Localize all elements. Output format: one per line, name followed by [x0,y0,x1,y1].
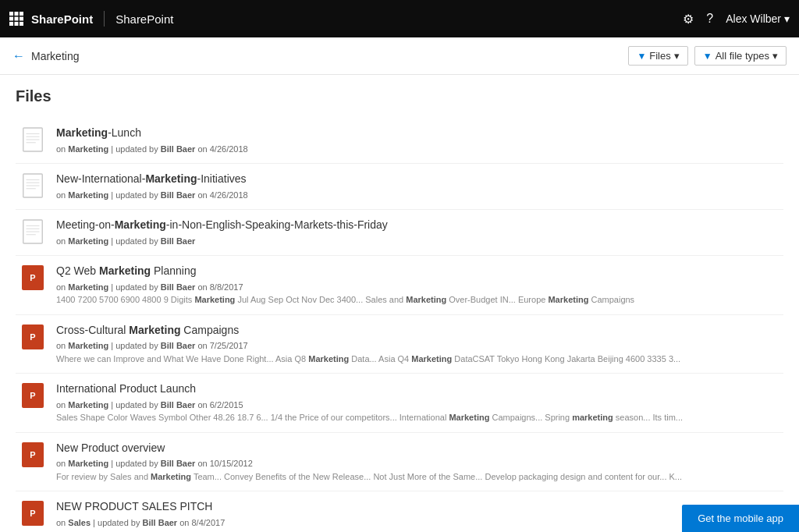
file-meta: on Marketing | updated by Bill Baer on 6… [56,399,780,412]
svg-rect-2 [20,12,23,16]
svg-rect-7 [15,22,19,26]
svg-rect-8 [20,22,23,26]
doc-file-icon [19,172,47,200]
user-menu[interactable]: Alex Wilber ▾ [726,12,790,25]
file-types-filter-button[interactable]: ▼ All file types ▾ [694,46,787,66]
ppt-file-icon: P [19,381,47,410]
list-item[interactable]: PNEW PRODUCT SALES PITCHon Sales | updat… [16,491,783,532]
file-preview: For review by Sales and Marketing Team..… [56,471,780,483]
ppt-icon: P [22,501,44,526]
file-meta: on Marketing | updated by Bill Baer on 4… [56,143,780,156]
help-icon[interactable]: ? [706,12,713,26]
breadcrumb-bar: ← Marketing ▼ Files ▾ ▼ All file types ▾ [0,37,799,75]
file-preview: Sales Shape Color Waves Symbol Other 48.… [56,412,780,424]
svg-rect-1 [15,12,19,16]
svg-rect-5 [20,17,23,21]
file-meta: on Marketing | updated by Bill Baer on 7… [56,339,780,353]
ppt-file-icon: P [19,441,47,469]
file-info: Q2 Web Marketing Planningon Marketing | … [56,264,780,306]
main-content: Files Marketing-Lunchon Marketing | upda… [0,75,799,532]
nav-right: ⚙ ? Alex Wilber ▾ [683,12,790,27]
list-item[interactable]: New-International-Marketing-Initiativeso… [16,164,783,210]
svg-rect-6 [9,22,13,26]
nav-left: SharePoint SharePoint [9,11,173,27]
file-list: Marketing-Lunchon Marketing | updated by… [16,118,783,532]
ppt-icon: P [22,325,44,349]
doc-file-icon [19,126,47,154]
files-filter-chevron: ▾ [674,50,680,62]
doc-file-icon [19,218,47,246]
file-info: Marketing-Lunchon Marketing | updated by… [56,126,780,155]
all-types-filter-icon: ▼ [703,51,712,62]
user-chevron-icon: ▾ [784,12,790,25]
list-item[interactable]: Marketing-Lunchon Marketing | updated by… [16,118,783,164]
file-info: NEW PRODUCT SALES PITCHon Sales | update… [56,499,780,532]
file-preview: Where we can Improve and What We Have Do… [56,353,780,365]
filter-area: ▼ Files ▾ ▼ All file types ▾ [628,46,787,66]
top-navigation: SharePoint SharePoint ⚙ ? Alex Wilber ▾ [0,0,799,37]
file-name: Marketing-Lunch [56,126,780,141]
file-meta: on Sales | updated by Bill Baer on 8/4/2… [56,516,780,530]
file-info: New-International-Marketing-Initiativeso… [56,172,780,201]
page-title: Files [16,87,783,105]
file-meta: on Marketing | updated by Bill Baer on 4… [56,189,780,202]
file-preview: 1400 7200 5700 6900 4800 9 Digits Market… [56,294,780,306]
user-name-label: Alex Wilber [726,12,781,25]
file-info: Meeting-on-Marketing-in-Non-English-Spea… [56,218,780,247]
filter-icon: ▼ [637,51,646,62]
back-button[interactable]: ← [12,49,25,63]
ppt-icon: P [22,383,44,408]
file-info: International Product Launchon Marketing… [56,381,780,424]
svg-rect-4 [15,17,19,21]
file-meta: on Marketing | updated by Bill Baer on 8… [56,281,780,294]
app-name: SharePoint [31,12,93,26]
file-meta: on Marketing | updated by Bill Baer [56,235,780,248]
ppt-file-icon: P [19,323,47,351]
waffle-icon[interactable] [9,12,23,26]
ppt-icon: P [22,265,44,290]
list-item[interactable]: PCross-Cultural Marketing Campaignson Ma… [16,315,783,374]
settings-icon[interactable]: ⚙ [683,12,694,27]
file-types-filter-label: All file types [716,50,769,62]
mobile-app-banner[interactable]: Get the mobile app [682,505,799,532]
ppt-icon: P [22,442,44,467]
file-name: International Product Launch [56,381,780,397]
file-meta: on Marketing | updated by Bill Baer on 1… [56,457,780,470]
svg-rect-0 [9,12,13,16]
file-name: Q2 Web Marketing Planning [56,264,780,279]
file-name: Meeting-on-Marketing-in-Non-English-Spea… [56,218,780,233]
site-name[interactable]: SharePoint [115,12,173,26]
list-item[interactable]: Meeting-on-Marketing-in-Non-English-Spea… [16,210,783,256]
list-item[interactable]: PNew Product overviewon Marketing | upda… [16,433,783,491]
files-filter-label: Files [649,50,670,62]
breadcrumb: Marketing [31,50,79,62]
list-item[interactable]: PQ2 Web Marketing Planningon Marketing |… [16,256,783,314]
file-name: New Product overview [56,441,780,456]
ppt-file-icon: P [19,499,47,527]
list-item[interactable]: PInternational Product Launchon Marketin… [16,374,783,432]
file-info: New Product overviewon Marketing | updat… [56,441,780,483]
file-name: New-International-Marketing-Initiatives [56,172,780,187]
nav-divider [104,11,105,27]
file-types-chevron: ▾ [772,50,778,62]
file-info: Cross-Cultural Marketing Campaignson Mar… [56,323,780,365]
ppt-file-icon: P [19,264,47,292]
file-name: NEW PRODUCT SALES PITCH [56,499,780,515]
files-filter-button[interactable]: ▼ Files ▾ [628,46,687,66]
file-name: Cross-Cultural Marketing Campaigns [56,323,780,339]
svg-rect-3 [9,17,13,21]
